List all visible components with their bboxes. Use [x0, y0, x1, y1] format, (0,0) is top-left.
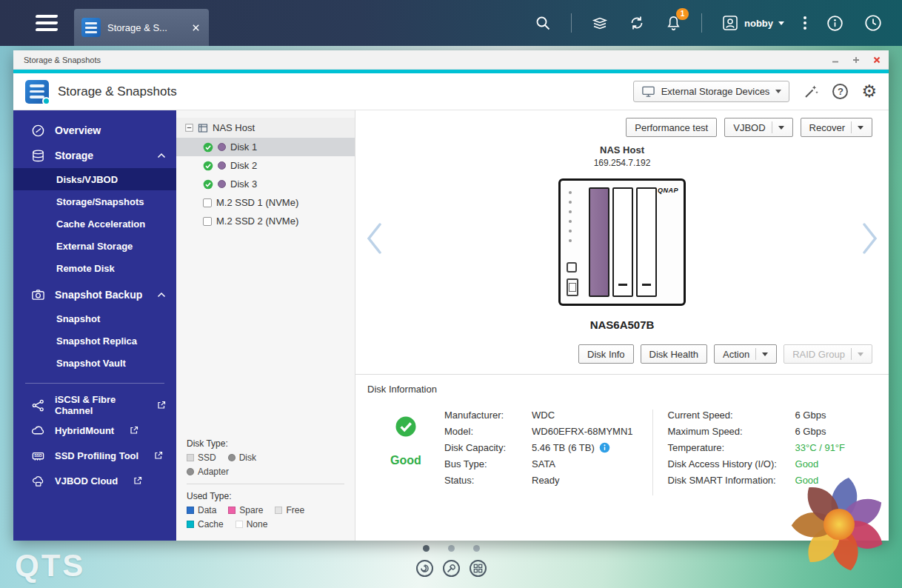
tree-node-m2-ssd-1[interactable]: M.2 SSD 1 (NVMe) [176, 193, 355, 212]
clock-icon[interactable] [863, 13, 883, 33]
app-header: Storage & Snapshots External Storage Dev… [13, 73, 889, 110]
info-icon[interactable] [826, 14, 844, 33]
main-menu-icon[interactable] [36, 11, 61, 35]
desktop-shortcut-grid-icon[interactable] [470, 560, 487, 577]
sidebar-item-remote-disk[interactable]: Remote Disk [13, 257, 176, 279]
sidebar-item-snapshot[interactable]: Snapshot [13, 307, 176, 330]
chevron-up-icon[interactable] [157, 153, 166, 158]
sidebar-item-snapshot-replica[interactable]: Snapshot Replica [13, 330, 176, 352]
enclosure-model: NAS6A507B [355, 318, 889, 331]
legend-swatch-spare [228, 507, 235, 514]
collapse-icon[interactable] [185, 124, 193, 132]
sidebar-item-snapshot-backup[interactable]: Snapshot Backup [13, 282, 176, 307]
desktop-page-dot-1[interactable] [423, 545, 430, 552]
device-scope-selector[interactable]: External Storage Devices [633, 81, 790, 102]
help-icon[interactable]: ? [832, 84, 848, 99]
device-tree-panel: NAS Host Disk 1 Disk 2 Disk 3 M.2 SSD 1 … [176, 110, 355, 541]
background-tasks-icon[interactable] [591, 14, 609, 32]
nas-device-illustration[interactable]: QNAP [558, 178, 686, 306]
disk-type-color-dot [218, 180, 226, 188]
sidebar-item-storage-snapshots[interactable]: Storage/Snapshots [13, 190, 176, 213]
disk-checkbox[interactable] [203, 198, 212, 207]
chevron-up-icon[interactable] [157, 292, 166, 298]
sidebar-item-disks-vjbod[interactable]: Disks/VJBOD [13, 168, 176, 190]
sidebar-item-iscsi-fibre-channel[interactable]: iSCSI & Fibre Channel [13, 392, 176, 418]
storage-app-icon [81, 18, 101, 37]
iscsi-icon [31, 398, 45, 412]
sync-icon[interactable] [628, 14, 646, 32]
tab-close-icon[interactable] [190, 21, 201, 33]
app-tab-storage-snapshots[interactable]: Storage & S... [74, 9, 209, 46]
settings-gear-icon[interactable]: ⚙ [861, 83, 877, 100]
drive-bay-1-occupied[interactable] [589, 187, 609, 297]
disk-info-button[interactable]: Disk Info [578, 344, 634, 364]
sidebar-item-ssd-profiling-tool[interactable]: SSD SSD Profiling Tool [13, 443, 176, 468]
recover-dropdown-button[interactable]: Recover [801, 118, 872, 137]
window-title: Storage & Snapshots [24, 56, 101, 64]
window-close-icon[interactable] [872, 56, 881, 64]
magic-wand-icon[interactable] [803, 84, 819, 100]
dropdown-caret-icon [762, 353, 768, 356]
dropdown-caret-icon [858, 126, 863, 130]
main-toolbar: Performance test VJBOD Recover [626, 118, 872, 137]
legend-swatch-free [275, 507, 282, 514]
legend-swatch-data [187, 507, 194, 514]
tree-node-m2-ssd-2[interactable]: M.2 SSD 2 (NVMe) [176, 212, 355, 230]
notification-bell-icon[interactable]: 1 [665, 15, 682, 32]
sidebar-item-external-storage[interactable]: External Storage [13, 235, 176, 257]
app-sidebar: Overview Storage Disks/VJBOD Storage/Sna… [13, 110, 176, 541]
disk-health-button[interactable]: Disk Health [641, 344, 707, 364]
dropdown-caret-icon [778, 126, 784, 130]
window-maximize-icon[interactable] [852, 56, 861, 64]
legend-swatch-cache [187, 521, 194, 528]
desktop-page-dot-2[interactable] [448, 545, 455, 552]
sidebar-item-vjbod-cloud[interactable]: VJBOD Cloud [13, 468, 176, 493]
raid-group-dropdown-button[interactable]: RAID Group [784, 344, 872, 364]
desktop-page-dot-3[interactable] [473, 545, 480, 552]
capacity-info-icon[interactable] [599, 442, 610, 453]
disk-type-legend-title: Disk Type: [187, 438, 344, 449]
vjbod-cloud-icon [31, 474, 45, 488]
sidebar-item-cache-acceleration[interactable]: Cache Acceleration [13, 213, 176, 235]
desktop-shortcuts [0, 560, 902, 577]
notification-badge: 1 [676, 8, 689, 20]
user-caret-icon [778, 21, 784, 25]
sidebar-item-hybridmount[interactable]: HybridMount [13, 418, 176, 443]
sidebar-item-overview[interactable]: Overview [13, 118, 176, 143]
next-enclosure-arrow[interactable] [861, 221, 880, 255]
search-icon[interactable] [534, 14, 552, 32]
used-type-legend-title: Used Type: [187, 491, 344, 501]
tree-node-disk-1[interactable]: Disk 1 [176, 138, 355, 156]
desktop-shortcut-tools-icon[interactable] [443, 560, 460, 577]
user-menu[interactable]: nobby [721, 14, 784, 32]
kebab-menu-icon[interactable] [804, 16, 806, 30]
taskbar: Storage & S... 1 nobby [0, 0, 902, 46]
tree-node-nas-host[interactable]: NAS Host [176, 118, 355, 138]
disk-checkbox[interactable] [203, 217, 212, 226]
window-titlebar[interactable]: Storage & Snapshots [13, 50, 889, 70]
legend-divider [187, 484, 344, 484]
vjbod-dropdown-button[interactable]: VJBOD [724, 118, 792, 137]
tree-node-disk-2[interactable]: Disk 2 [176, 156, 355, 175]
disk-health-status: Good [367, 407, 444, 495]
performance-test-button[interactable]: Performance test [626, 118, 717, 137]
disk-information-title: Disk Information [367, 384, 877, 395]
tree-node-disk-3[interactable]: Disk 3 [176, 175, 355, 193]
tree-legend: Disk Type: SSD Disk Adapter Used Type: D… [187, 433, 344, 533]
desktop-shortcut-swirl-icon[interactable] [416, 560, 433, 577]
drive-bay-2[interactable] [612, 187, 633, 297]
previous-enclosure-arrow[interactable] [364, 221, 384, 255]
action-dropdown-button[interactable]: Action [714, 344, 777, 364]
external-link-icon [157, 401, 166, 410]
sidebar-item-snapshot-vault[interactable]: Snapshot Vault [13, 352, 176, 374]
window-minimize-icon[interactable] [831, 56, 840, 64]
hybridmount-icon [31, 424, 45, 438]
device-led-lights [569, 191, 572, 242]
enclosure-name: NAS Host [355, 144, 889, 156]
user-avatar-icon [721, 14, 739, 32]
device-power-button [567, 262, 577, 273]
sidebar-item-storage[interactable]: Storage [13, 143, 176, 168]
storage-snapshots-window: Storage & Snapshots Storage & Snapshots … [13, 50, 889, 541]
taskbar-divider [571, 13, 572, 33]
drive-bay-3[interactable] [636, 187, 657, 297]
